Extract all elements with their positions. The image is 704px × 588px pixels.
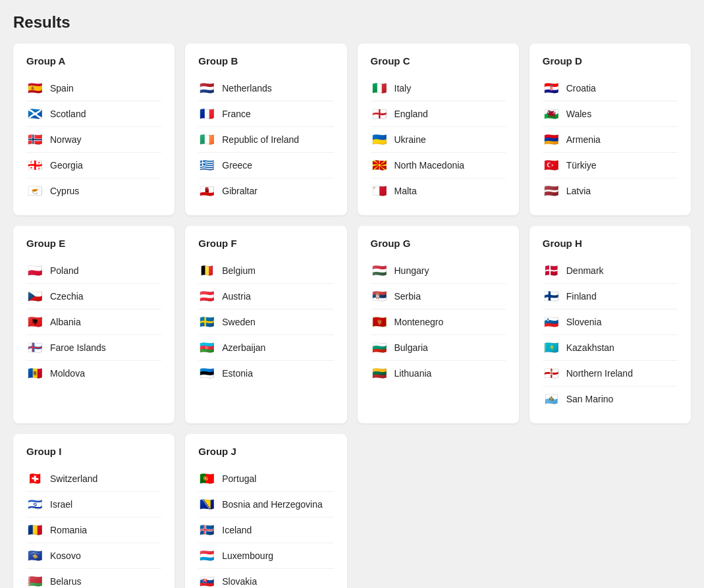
flag-icon: 🇮🇸: [198, 521, 215, 539]
team-name: Bulgaria: [394, 342, 428, 353]
team-name: Israel: [50, 499, 72, 510]
flag-icon: 🇮🇹: [371, 80, 388, 97]
team-name: Ukraine: [394, 134, 426, 145]
team-name: Czechia: [50, 291, 84, 302]
team-row: 🇺🇦Ukraine: [371, 127, 506, 153]
flag-icon: 🏴󠁧󠁢󠁷󠁬󠁳󠁿: [543, 105, 560, 122]
group-j-title: Group J: [198, 446, 333, 457]
group-e-card: Group E🇵🇱Poland🇨🇿Czechia🇦🇱Albania🇫🇴Faroe…: [13, 226, 175, 423]
flag-icon: 🇲🇹: [371, 182, 388, 200]
team-row: 🇧🇪Belgium: [198, 258, 333, 284]
team-row: 🇱🇺Luxembourg: [198, 543, 333, 569]
flag-icon: 🇹🇷: [543, 157, 560, 174]
team-name: Hungary: [394, 265, 429, 276]
team-row: 🇲🇹Malta: [371, 178, 506, 203]
team-row: 🇳🇴Norway: [26, 127, 161, 153]
flag-icon: 🇮🇱: [26, 496, 43, 513]
group-b-card: Group B🇳🇱Netherlands🇫🇷France🇮🇪Republic o…: [185, 43, 346, 215]
team-name: Norway: [50, 134, 81, 145]
team-name: Spain: [50, 83, 74, 94]
flag-icon: 🇷🇴: [26, 521, 43, 539]
team-row: 🏴󠁧󠁢󠁥󠁮󠁧󠁿England: [371, 101, 506, 127]
flag-icon: 🇰🇿: [543, 339, 560, 356]
team-name: Romania: [50, 525, 87, 535]
team-row: 🇩🇰Denmark: [543, 258, 678, 284]
team-row: 🇪🇸Spain: [26, 76, 161, 101]
team-name: Slovakia: [222, 576, 257, 587]
group-d-card: Group D🇭🇷Croatia🏴󠁧󠁢󠁷󠁬󠁳󠁿Wales🇦🇲Armenia🇹🇷T…: [529, 43, 691, 215]
team-name: England: [394, 109, 428, 119]
team-name: Sweden: [222, 317, 256, 327]
team-row: 🇮🇹Italy: [371, 76, 506, 101]
team-row: 🇷🇴Romania: [26, 518, 161, 543]
flag-icon: 🏴󠁧󠁢󠁥󠁮󠁧󠁿: [371, 105, 388, 122]
group-d-title: Group D: [543, 55, 678, 67]
flag-icon: 🇺🇦: [371, 131, 388, 148]
flag-icon: 🇨🇿: [26, 288, 43, 305]
team-row: 🇧🇬Bulgaria: [371, 335, 506, 361]
team-name: Greece: [222, 160, 252, 171]
flag-icon: 🇲🇩: [26, 365, 43, 382]
team-row: 🇬🇪Georgia: [26, 153, 161, 178]
team-row: 🇬🇷Greece: [198, 153, 333, 178]
flag-icon: 🇧🇪: [198, 262, 215, 279]
team-name: Montenegro: [394, 317, 444, 327]
flag-icon: 🇭🇺: [371, 262, 388, 279]
group-g-title: Group G: [371, 238, 506, 249]
flag-icon: 🇧🇦: [198, 496, 215, 513]
team-row: 🇭🇷Croatia: [543, 76, 678, 101]
team-row: 🇱🇻Latvia: [543, 178, 678, 203]
team-name: Bosnia and Herzegovina: [222, 499, 323, 510]
group-i-card: Group I🇨🇭Switzerland🇮🇱Israel🇷🇴Romania🇽🇰K…: [13, 434, 175, 588]
team-row: 🏴󠁧󠁢󠁮󠁩󠁲󠁿Northern Ireland: [543, 361, 678, 387]
team-row: 🇰🇿Kazakhstan: [543, 335, 678, 361]
team-name: Austria: [222, 291, 251, 302]
team-name: Italy: [394, 83, 412, 94]
team-row: 🇸🇰Slovakia: [198, 569, 333, 588]
team-name: Kazakhstan: [566, 342, 614, 353]
flag-icon: 🇦🇲: [543, 131, 560, 148]
flag-icon: 🇮🇪: [198, 131, 215, 148]
team-row: 🇹🇷Türkiye: [543, 153, 678, 178]
team-name: Belarus: [50, 576, 81, 587]
team-row: 🇨🇾Cyprus: [26, 178, 161, 203]
flag-icon: 🇸🇲: [543, 390, 560, 408]
team-name: Serbia: [394, 291, 421, 302]
team-row: 🇭🇺Hungary: [371, 258, 506, 284]
team-row: 🇲🇰North Macedonia: [371, 153, 506, 178]
flag-icon: 🇽🇰: [26, 547, 43, 564]
flag-icon: 🇫🇴: [26, 339, 43, 356]
team-name: Moldova: [50, 368, 85, 379]
team-row: 🇲🇪Montenegro: [371, 309, 506, 335]
team-name: Netherlands: [222, 83, 272, 94]
team-name: San Marino: [566, 394, 614, 404]
group-f-title: Group F: [198, 238, 333, 249]
group-f-card: Group F🇧🇪Belgium🇦🇹Austria🇸🇪Sweden🇦🇿Azerb…: [185, 226, 346, 423]
group-b-title: Group B: [198, 55, 333, 67]
flag-icon: 🇨🇾: [26, 182, 43, 200]
flag-icon: 🇬🇮: [198, 182, 215, 200]
team-name: North Macedonia: [394, 160, 465, 171]
flag-icon: 🇦🇱: [26, 313, 43, 331]
team-row: 🇫🇷France: [198, 101, 333, 127]
flag-icon: 🇫🇮: [543, 288, 560, 305]
team-name: Georgia: [50, 160, 83, 171]
flag-icon: 🇲🇪: [371, 313, 388, 331]
team-row: 🇫🇮Finland: [543, 284, 678, 309]
team-name: Türkiye: [566, 160, 597, 171]
team-row: 🇦🇹Austria: [198, 284, 333, 309]
team-row: 🇷🇸Serbia: [371, 284, 506, 309]
team-name: Poland: [50, 265, 79, 276]
team-name: Cyprus: [50, 186, 79, 196]
flag-icon: 🇳🇴: [26, 131, 43, 148]
flag-icon: 🇱🇻: [543, 182, 560, 200]
team-name: Iceland: [222, 525, 252, 535]
team-row: 🇮🇸Iceland: [198, 518, 333, 543]
team-name: Latvia: [566, 186, 591, 196]
page-title: Results: [13, 13, 691, 32]
team-row: 🇦🇿Azerbaijan: [198, 335, 333, 361]
team-row: 🇦🇲Armenia: [543, 127, 678, 153]
flag-icon: 🇵🇹: [198, 470, 215, 487]
flag-icon: 🇬🇷: [198, 157, 215, 174]
team-name: Albania: [50, 317, 81, 327]
